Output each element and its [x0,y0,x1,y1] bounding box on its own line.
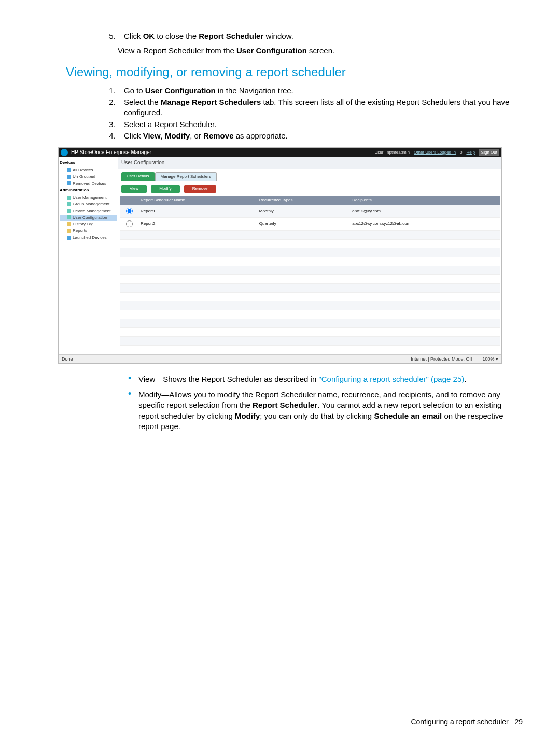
xref-configuring-scheduler[interactable]: "Configuring a report scheduler" (page 2… [318,375,464,383]
step5-post: window. [263,32,293,40]
nav-ungrouped[interactable]: Un-Grouped [60,174,117,181]
step-5: Click OK to close the Report Scheduler w… [118,31,523,42]
group-icon [67,202,71,206]
device-icon [67,181,71,185]
nav-removed-devices[interactable]: Removed Devices [60,181,117,187]
step-1: Go to User Configuration in the Navigati… [118,86,523,96]
nav-user-management[interactable]: User Management [60,195,117,201]
step5-pre: Click [124,32,143,40]
nav-launched-devices[interactable]: Launched Devices [60,234,117,241]
step5-mid: to close the [155,32,199,40]
log-icon [67,222,71,226]
user-config-icon [67,215,71,219]
row-radio[interactable] [126,220,133,227]
nav-history-log[interactable]: History Log [60,221,117,228]
bullet-view: View—Shows the Report Scheduler as descr… [128,374,523,384]
step-3: Select a Report Scheduler. [118,119,523,130]
status-bar: Done Internet | Protected Mode: Off 100%… [59,354,501,363]
footer-label: Configuring a report scheduler [411,717,508,726]
nav-user-configuration[interactable]: User Configuration [60,215,117,222]
footer-page: 29 [514,717,523,726]
device-icon [67,209,71,213]
other-users-link[interactable]: Other Users Logged In [414,150,456,156]
page-title: User Configuration [118,157,501,169]
col-select [120,196,137,205]
help-link[interactable]: Help [466,150,474,156]
nav-tree: Devices All Devices Un-Grouped Removed D… [59,157,118,354]
section-heading: Viewing, modifying, or removing a report… [66,64,523,80]
user-label: User : hptmeadmin [374,150,410,156]
col-recipients[interactable]: Recipients [349,196,499,205]
user-icon [67,196,71,200]
step5-b1: OK [143,32,155,40]
modify-button[interactable]: Modify [151,185,180,193]
hp-logo-icon [61,149,68,156]
step-4: Click View, Modify, or Remove as appropr… [118,131,523,141]
remove-button[interactable]: Remove [184,185,216,193]
col-name[interactable]: Report Scheduler Name [137,196,256,205]
device-icon [67,175,71,179]
status-zoom[interactable]: 100% [482,356,494,362]
nav-reports[interactable]: Reports [60,228,117,234]
para-view-scheduler: View a Report Scheduler from the User Co… [118,46,523,56]
nav-group-management[interactable]: Group Management [60,201,117,208]
col-recurrence[interactable]: Recurrence Types [256,196,349,205]
table-row[interactable]: Report2 Quarterly abc12@xy.com,xyz12@ab.… [120,217,500,230]
report-icon [67,229,71,233]
app-screenshot: HP StoreOnce Enterprise Manager User : h… [58,147,502,364]
nav-group-admin[interactable]: Administration [60,188,117,194]
bullet-modify: Modify—Allows you to modify the Report S… [128,390,523,432]
other-users-count: 0 [460,150,462,156]
nav-device-management[interactable]: Device Management [60,208,117,215]
row-radio[interactable] [126,208,133,214]
view-button[interactable]: View [121,185,147,193]
tab-manage-report-schedulers[interactable]: Manage Report Schedulers [155,172,217,182]
status-left: Done [62,356,73,362]
tab-user-details[interactable]: User Details [121,172,155,182]
step5-b2: Report Scheduler [199,32,263,40]
step-2: Select the Manage Report Schedulers tab.… [118,97,523,118]
app-title: HP StoreOnce Enterprise Manager [71,149,151,156]
titlebar: HP StoreOnce Enterprise Manager User : h… [59,148,501,157]
page-footer: Configuring a report scheduler 29 [37,717,523,727]
scheduler-table: Report Scheduler Name Recurrence Types R… [120,196,500,354]
nav-all-devices[interactable]: All Devices [60,167,117,174]
nav-group-devices[interactable]: Devices [60,160,117,166]
table-row[interactable]: Report1 Monthly abc12@xy.com [120,205,500,217]
device-icon [67,236,71,240]
status-security: Internet | Protected Mode: Off [411,356,472,362]
sign-out-button[interactable]: Sign Out [479,149,499,156]
device-icon [67,168,71,172]
